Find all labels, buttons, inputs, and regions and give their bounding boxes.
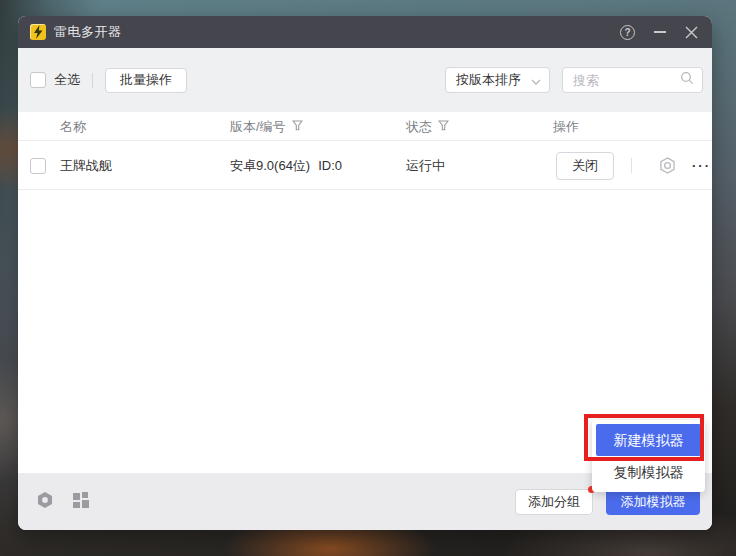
row-divider [631,158,632,173]
titlebar: 雷电多开器 ? [18,16,712,48]
annotation-highlight-box [584,414,704,461]
search-icon [680,71,694,89]
column-header-status: 状态 [406,112,449,141]
row-checkbox[interactable] [30,158,46,174]
instance-name: 王牌战舰 [60,141,112,190]
window-title: 雷电多开器 [54,23,122,41]
batch-operation-button[interactable]: 批量操作 [105,68,187,93]
column-header-version: 版本/编号 [230,112,303,141]
help-icon[interactable]: ? [620,25,635,40]
sort-dropdown[interactable]: 按版本排序 [445,67,550,93]
table-header: 名称 版本/编号 状态 操作 [18,112,712,141]
search-input[interactable] [573,73,680,88]
select-all-checkbox[interactable] [30,72,46,88]
close-instance-button[interactable]: 关闭 [556,152,614,180]
column-header-operation: 操作 [553,112,579,141]
search-box[interactable] [562,67,703,93]
status-badge: 运行中 [406,141,445,190]
select-all-label: 全选 [54,71,80,89]
close-icon[interactable] [685,26,698,39]
grid-layout-icon[interactable] [72,491,90,513]
add-group-button[interactable]: 添加分组 [515,489,593,515]
add-emulator-button[interactable]: 添加模拟器 [606,488,700,515]
lightning-icon [32,25,44,39]
instance-settings-icon[interactable] [658,141,677,190]
column-header-name: 名称 [60,112,86,141]
app-logo-icon [30,24,46,40]
toolbar-divider [92,73,93,88]
minimize-icon[interactable] [654,31,666,33]
filter-icon[interactable] [292,119,303,134]
filter-icon[interactable] [438,119,449,134]
table-row: 王牌战舰 安卓9.0(64位) ID:0 运行中 关闭 ··· [18,141,712,190]
chevron-down-icon [531,73,541,88]
sort-dropdown-value: 按版本排序 [456,71,521,89]
instance-version: 安卓9.0(64位) ID:0 [230,141,342,190]
toolbar: 全选 批量操作 按版本排序 [18,48,712,112]
settings-gear-icon[interactable] [36,491,54,513]
instance-id: ID:0 [318,158,342,173]
more-options-icon[interactable]: ··· [692,141,711,190]
